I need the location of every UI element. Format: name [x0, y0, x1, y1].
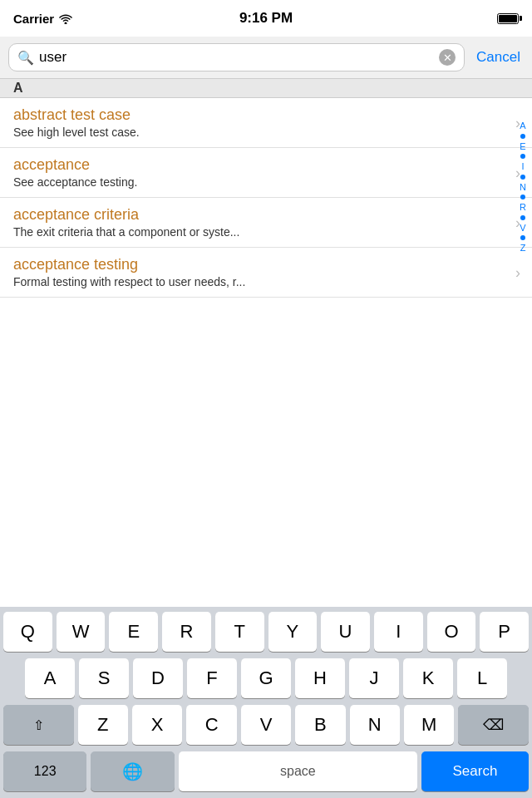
key-n[interactable]: N [350, 705, 400, 745]
key-a[interactable]: A [25, 658, 75, 698]
key-d[interactable]: D [133, 658, 183, 698]
key-b[interactable]: B [295, 705, 345, 745]
search-icon: 🔍 [17, 50, 34, 66]
result-title: acceptance criteria [13, 206, 499, 224]
carrier-label: Carrier [13, 12, 54, 26]
key-m[interactable]: M [404, 705, 454, 745]
keyboard-row-1: Q W E R T Y U I O P [0, 607, 532, 653]
result-title: acceptance testing [13, 256, 499, 273]
key-s[interactable]: S [79, 658, 129, 698]
battery-icon [497, 13, 519, 24]
keyboard-row-2: A S D F G H J K L [0, 653, 532, 700]
cancel-button[interactable]: Cancel [473, 49, 524, 66]
key-e[interactable]: E [109, 612, 158, 652]
status-carrier: Carrier [13, 12, 72, 26]
key-g[interactable]: G [241, 658, 291, 698]
search-input[interactable] [39, 49, 434, 66]
result-title: abstract test case [13, 106, 499, 124]
result-desc: The exit criteria that a component or sy… [13, 225, 499, 239]
key-f[interactable]: F [187, 658, 237, 698]
status-battery [497, 13, 519, 24]
list-item[interactable]: acceptance testing Formal testing with r… [0, 248, 532, 298]
key-p[interactable]: P [480, 612, 529, 652]
side-index-z[interactable]: Z [520, 241, 526, 255]
results-list: A abstract test case See high level test… [0, 79, 532, 298]
side-index-dot [520, 175, 525, 180]
key-y[interactable]: Y [268, 612, 318, 652]
key-j[interactable]: J [349, 658, 399, 698]
search-input-wrapper: 🔍 ✕ [8, 43, 465, 71]
key-z[interactable]: Z [78, 705, 128, 745]
status-time: 9:16 PM [239, 10, 293, 27]
list-item[interactable]: acceptance See acceptance testing. › [0, 148, 532, 198]
side-index-v[interactable]: V [520, 221, 525, 235]
key-l[interactable]: L [457, 658, 507, 698]
keyboard-row-3: ⇧ Z X C V B N M ⌫ [0, 700, 532, 746]
list-item[interactable]: acceptance criteria The exit criteria th… [0, 198, 532, 248]
key-v[interactable]: V [241, 705, 291, 745]
key-delete[interactable]: ⌫ [458, 705, 529, 745]
key-k[interactable]: K [403, 658, 453, 698]
key-r[interactable]: R [162, 612, 211, 652]
side-index-e[interactable]: E [520, 140, 525, 154]
key-q[interactable]: Q [3, 612, 52, 652]
key-search[interactable]: Search [421, 751, 529, 791]
key-o[interactable]: O [427, 612, 476, 652]
list-item[interactable]: abstract test case See high level test c… [0, 98, 532, 148]
side-index-dot [520, 215, 525, 220]
result-desc: See high level test case. [13, 126, 499, 139]
key-space[interactable]: space [179, 751, 417, 791]
section-header-label: A [13, 81, 23, 95]
side-index-a[interactable]: A [520, 119, 525, 133]
key-shift[interactable]: ⇧ [3, 705, 74, 745]
side-index-n[interactable]: N [520, 180, 526, 195]
clear-button[interactable]: ✕ [439, 49, 456, 66]
wifi-icon [59, 13, 72, 24]
result-title: acceptance [13, 156, 499, 174]
side-index-dot [520, 134, 525, 139]
key-c[interactable]: C [186, 705, 236, 745]
status-bar: Carrier 9:16 PM [0, 0, 532, 37]
key-t[interactable]: T [215, 612, 264, 652]
side-index-i[interactable]: I [521, 160, 524, 174]
side-index-dot [520, 154, 525, 159]
keyboard-row-4: 123 🌐 space Search [0, 746, 532, 798]
side-index-dot [520, 195, 525, 200]
svg-point-0 [65, 22, 67, 24]
key-x[interactable]: X [132, 705, 182, 745]
side-index: A E I N R V Z [514, 116, 532, 259]
key-u[interactable]: U [321, 612, 370, 652]
key-i[interactable]: I [374, 612, 423, 652]
section-header-a: A [0, 79, 532, 98]
side-index-r[interactable]: R [520, 200, 526, 214]
key-numbers[interactable]: 123 [3, 751, 86, 791]
side-index-dot [520, 235, 525, 240]
keyboard: Q W E R T Y U I O P A S D F G H J K L ⇧ … [0, 607, 532, 798]
key-w[interactable]: W [57, 612, 106, 652]
key-h[interactable]: H [295, 658, 345, 698]
result-desc: Formal testing with respect to user need… [13, 275, 499, 288]
search-bar: 🔍 ✕ Cancel [0, 37, 532, 79]
key-globe[interactable]: 🌐 [91, 751, 174, 791]
result-desc: See acceptance testing. [13, 175, 499, 189]
chevron-icon: › [515, 264, 520, 281]
